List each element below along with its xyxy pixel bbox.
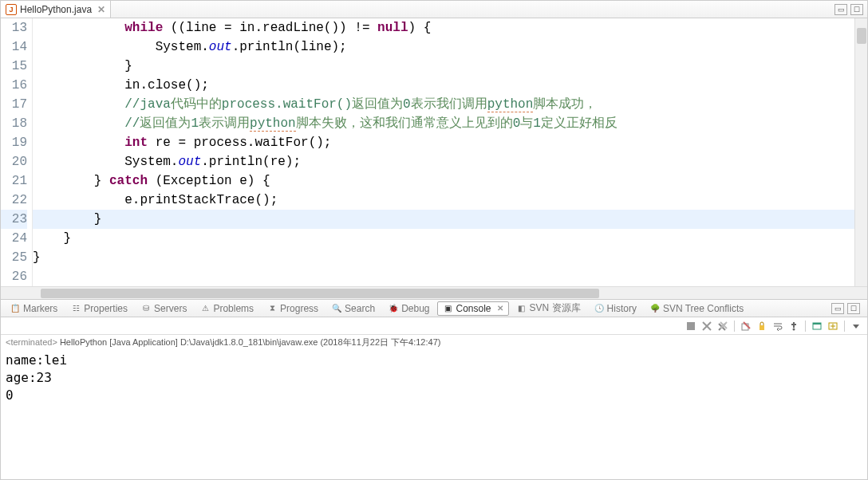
editor-pane: J HelloPython.java ✕ ▭ ☐ 13 14 15 16 17 … <box>0 0 868 300</box>
tab-problems[interactable]: ⚠Problems <box>194 301 259 316</box>
line-number: 26 <box>1 267 27 286</box>
console-toolbar <box>1 317 867 335</box>
history-icon: 🕓 <box>594 303 605 314</box>
line-number: 24 <box>1 229 27 248</box>
console-line: age:23 <box>6 369 862 387</box>
code-line: System.out.println(line); <box>33 37 867 57</box>
code-line: System.out.println(re); <box>33 152 867 171</box>
word-wrap-button[interactable] <box>771 320 784 332</box>
view-menu-button[interactable] <box>850 320 862 332</box>
debug-icon: 🐞 <box>388 303 399 314</box>
console-status: <terminated> HelloPython [Java Applicati… <box>1 335 867 350</box>
progress-icon: ⧗ <box>266 303 278 314</box>
problems-icon: ⚠ <box>199 303 211 314</box>
tab-properties[interactable]: ☷Properties <box>65 301 133 316</box>
line-number: 21 <box>1 171 27 191</box>
line-gutter: 13 14 15 16 17 18 19 20 21 22 23 24 25 2… <box>1 18 33 286</box>
remove-all-button[interactable] <box>716 320 729 332</box>
svg-point-10 <box>793 328 795 330</box>
tab-history[interactable]: 🕓History <box>588 301 642 316</box>
java-file-icon: J <box>6 4 17 15</box>
code-line: while ((line = in.readLine()) != null) { <box>33 18 867 37</box>
code-line: //java代码中的process.waitFor()返回值为0表示我们调用py… <box>33 95 867 114</box>
minimize-button[interactable]: ▭ <box>834 4 847 15</box>
code-line: in.close(); <box>33 76 867 95</box>
editor-tab-label: HelloPython.java <box>20 4 92 15</box>
vertical-scrollbar[interactable] <box>854 18 867 286</box>
tab-svn-repo[interactable]: ◧SVN 资源库 <box>511 300 586 317</box>
maximize-button[interactable]: ☐ <box>847 303 860 314</box>
svg-rect-9 <box>760 325 764 330</box>
pin-console-button[interactable] <box>787 320 800 332</box>
views-tab-bar: 📋Markers ☷Properties ⛁Servers ⚠Problems … <box>1 300 867 317</box>
line-number: 16 <box>1 76 27 95</box>
code-line: } <box>33 57 867 76</box>
line-number: 20 <box>1 152 27 171</box>
svg-rect-12 <box>813 323 821 325</box>
launch-info: HelloPython [Java Application] D:\Java\j… <box>57 337 441 347</box>
line-number: 13 <box>1 18 27 37</box>
code-line: } catch (Exception e) { <box>33 171 867 191</box>
remove-launch-button[interactable] <box>700 320 713 332</box>
line-number: 15 <box>1 57 27 76</box>
close-icon[interactable]: ✕ <box>497 304 503 313</box>
line-number: 14 <box>1 37 27 57</box>
horizontal-scrollbar[interactable] <box>1 286 867 299</box>
console-line: name:lei <box>6 352 862 369</box>
svn-icon: ◧ <box>516 303 527 314</box>
bottom-window-controls: ▭ ☐ <box>831 303 864 314</box>
editor-tab-bar: J HelloPython.java ✕ ▭ ☐ <box>1 1 867 18</box>
tab-console[interactable]: ▣Console✕ <box>437 301 509 316</box>
code-line: } <box>33 248 867 267</box>
open-console-button[interactable] <box>827 320 839 332</box>
display-console-button[interactable] <box>811 320 823 332</box>
tab-markers[interactable]: 📋Markers <box>4 301 63 316</box>
line-number: 23 <box>1 210 27 229</box>
svg-line-8 <box>744 322 750 329</box>
minimize-button[interactable]: ▭ <box>831 303 844 314</box>
code-line <box>33 267 867 286</box>
code-lines: while ((line = in.readLine()) != null) {… <box>33 18 867 286</box>
editor-tab-hellopython[interactable]: J HelloPython.java ✕ <box>1 1 111 18</box>
line-number: 17 <box>1 95 27 114</box>
servers-icon: ⛁ <box>140 303 152 314</box>
code-line: e.printStackTrace(); <box>33 191 867 210</box>
line-number: 19 <box>1 133 27 152</box>
console-icon: ▣ <box>443 303 454 314</box>
terminate-button[interactable] <box>685 320 697 332</box>
scroll-lock-button[interactable] <box>756 320 768 332</box>
console-output[interactable]: name:lei age:23 0 <box>1 350 867 479</box>
search-icon: 🔍 <box>331 303 342 314</box>
code-editor[interactable]: 13 14 15 16 17 18 19 20 21 22 23 24 25 2… <box>1 18 867 286</box>
markers-icon: 📋 <box>10 303 21 314</box>
tab-servers[interactable]: ⛁Servers <box>135 301 192 316</box>
tab-progress[interactable]: ⧗Progress <box>261 301 324 316</box>
code-line: //返回值为1表示调用python脚本失败，这和我们通常意义上见到的0与1定义正… <box>33 114 867 133</box>
svn-tree-icon: 🌳 <box>649 303 661 314</box>
line-number: 18 <box>1 114 27 133</box>
code-line: } <box>33 229 867 248</box>
tab-search[interactable]: 🔍Search <box>326 301 381 316</box>
tab-svn-tree[interactable]: 🌳SVN Tree Conflicts <box>644 301 749 316</box>
console-line: 0 <box>6 387 862 404</box>
maximize-button[interactable]: ☐ <box>850 4 863 15</box>
close-icon[interactable]: ✕ <box>97 4 105 15</box>
editor-window-controls: ▭ ☐ <box>834 4 867 15</box>
code-line: } <box>33 210 867 229</box>
line-number: 25 <box>1 248 27 267</box>
line-number: 22 <box>1 191 27 210</box>
clear-console-button[interactable] <box>740 320 752 332</box>
svg-rect-0 <box>687 322 695 330</box>
properties-icon: ☷ <box>70 303 81 314</box>
bottom-pane: 📋Markers ☷Properties ⛁Servers ⚠Problems … <box>0 300 868 480</box>
tab-debug[interactable]: 🐞Debug <box>382 301 435 316</box>
code-line: int re = process.waitFor(); <box>33 133 867 152</box>
terminated-label: <terminated> <box>6 337 57 347</box>
